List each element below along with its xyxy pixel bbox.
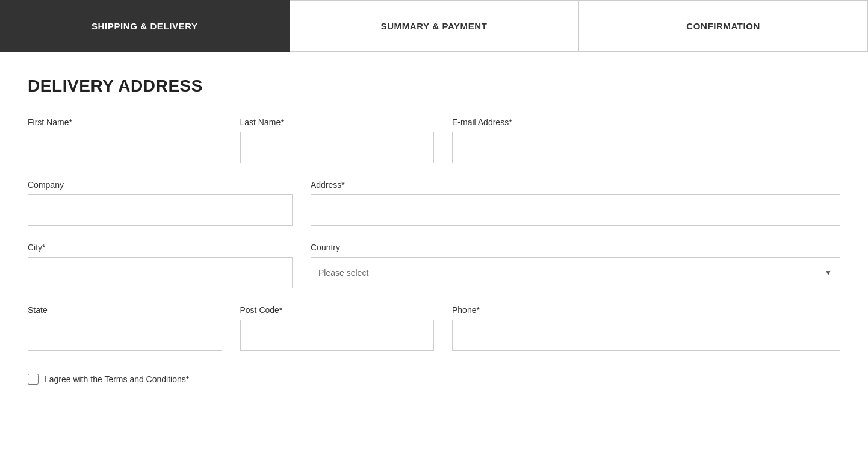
form-row-3: City* Country Please select bbox=[28, 243, 840, 288]
city-input[interactable] bbox=[28, 257, 293, 288]
section-title: DELIVERY ADDRESS bbox=[28, 76, 840, 96]
email-label: E-mail Address* bbox=[452, 117, 840, 127]
last-name-label: Last Name* bbox=[240, 117, 435, 127]
country-col: Country Please select bbox=[311, 243, 840, 288]
steps-bar: SHIPPING & DELIVERY SUMMARY & PAYMENT CO… bbox=[0, 0, 868, 52]
page-container: SHIPPING & DELIVERY SUMMARY & PAYMENT CO… bbox=[0, 0, 868, 475]
phone-input[interactable] bbox=[452, 320, 840, 351]
main-content: DELIVERY ADDRESS First Name* Last Name* … bbox=[0, 52, 868, 409]
company-input[interactable] bbox=[28, 194, 293, 226]
email-input[interactable] bbox=[452, 132, 840, 163]
phone-label: Phone* bbox=[452, 305, 840, 315]
company-col: Company bbox=[28, 180, 293, 226]
first-name-label: First Name* bbox=[28, 117, 222, 127]
post-code-label: Post Code* bbox=[240, 305, 435, 315]
country-label: Country bbox=[311, 243, 840, 252]
address-col: Address* bbox=[311, 180, 840, 226]
form-row-1: First Name* Last Name* E-mail Address* bbox=[28, 117, 840, 163]
last-name-input[interactable] bbox=[240, 132, 435, 163]
post-code-col: Post Code* bbox=[240, 305, 435, 351]
first-name-input[interactable] bbox=[28, 132, 222, 163]
tab-confirmation[interactable]: CONFIRMATION bbox=[578, 0, 868, 52]
tab-summary-label: SUMMARY & PAYMENT bbox=[381, 21, 488, 31]
terms-link[interactable]: Terms and Conditions* bbox=[104, 374, 189, 384]
tab-summary[interactable]: SUMMARY & PAYMENT bbox=[290, 0, 579, 52]
form-row-4: State Post Code* Phone* bbox=[28, 305, 840, 351]
phone-col: Phone* bbox=[452, 305, 840, 351]
address-label: Address* bbox=[311, 180, 840, 190]
city-label: City* bbox=[28, 243, 293, 252]
email-col: E-mail Address* bbox=[452, 117, 840, 163]
address-input[interactable] bbox=[311, 194, 840, 226]
post-code-input[interactable] bbox=[240, 320, 435, 351]
first-name-col: First Name* bbox=[28, 117, 222, 163]
tab-shipping-label: SHIPPING & DELIVERY bbox=[91, 21, 198, 31]
state-col: State bbox=[28, 305, 222, 351]
form-row-2: Company Address* bbox=[28, 180, 840, 226]
last-name-col: Last Name* bbox=[240, 117, 435, 163]
company-label: Company bbox=[28, 180, 293, 190]
tab-shipping[interactable]: SHIPPING & DELIVERY bbox=[0, 0, 290, 52]
state-label: State bbox=[28, 305, 222, 315]
country-select[interactable]: Please select bbox=[311, 257, 840, 288]
tab-confirmation-label: CONFIRMATION bbox=[686, 21, 760, 31]
terms-label: I agree with the Terms and Conditions* bbox=[45, 374, 189, 384]
city-col: City* bbox=[28, 243, 293, 288]
state-input[interactable] bbox=[28, 320, 222, 351]
terms-checkbox[interactable] bbox=[28, 374, 39, 385]
terms-row: I agree with the Terms and Conditions* bbox=[28, 374, 840, 385]
delivery-form: First Name* Last Name* E-mail Address* C… bbox=[28, 117, 840, 385]
country-select-wrapper: Please select bbox=[311, 257, 840, 288]
